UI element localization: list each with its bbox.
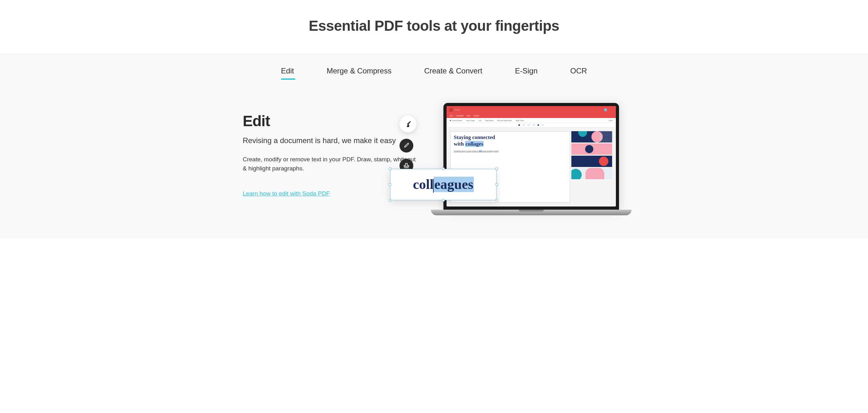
tab-create-convert[interactable]: Create & Convert [424,64,482,78]
app-logo-icon [449,108,453,112]
feature-visual-column: FILE CONVERT EDIT E-SIGN Format Painter … [431,103,631,215]
editing-text: colleagues [413,176,474,193]
app-toolbar: Format Painter Insert Image Link Page Ma… [446,118,616,123]
tools-section: Edit Merge & Compress Create & Convert E… [0,53,868,238]
resize-handle-icon [442,168,445,170]
hero-section: Essential PDF tools at your fingertips [0,0,868,53]
hero-title: Essential PDF tools at your fingertips [0,17,868,34]
resize-handle-icon [495,183,498,186]
tab-merge-compress[interactable]: Merge & Compress [327,64,392,78]
tab-esign[interactable]: E-Sign [515,64,537,78]
laptop-base [431,210,631,215]
tab-ocr[interactable]: OCR [570,64,587,78]
floating-tool-icons [400,116,416,173]
brush-icon [400,116,416,132]
app-formatbar [446,123,616,127]
resize-handle-icon [389,168,391,170]
resize-handle-icon [389,199,391,202]
feature-title: Edit [243,112,418,129]
tab-edit[interactable]: Edit [281,64,294,78]
app-titlebar [446,106,616,114]
document-headline: Staying connected with collages [454,134,567,148]
resize-handle-icon [495,199,498,202]
content-area: Edit Revising a document is hard, we mak… [208,78,660,215]
document-subtext: Creative ways to stay close in a remote … [454,150,567,152]
resize-handle-icon [442,199,445,202]
tabs-navigation: Edit Merge & Compress Create & Convert E… [233,53,635,78]
document-graphics [571,131,612,203]
resize-handle-icon [495,168,498,170]
app-menubar: FILE CONVERT EDIT E-SIGN [446,114,616,118]
pencil-icon [400,139,413,152]
floating-text-editor: colleagues [390,169,497,200]
feature-learn-link[interactable]: Learn how to edit with Soda PDF [243,190,330,197]
user-avatar-icon [604,108,607,111]
feature-subtitle: Revising a document is hard, we make it … [243,135,418,146]
laptop-mockup: FILE CONVERT EDIT E-SIGN Format Painter … [431,103,631,215]
resize-handle-icon [389,183,391,186]
